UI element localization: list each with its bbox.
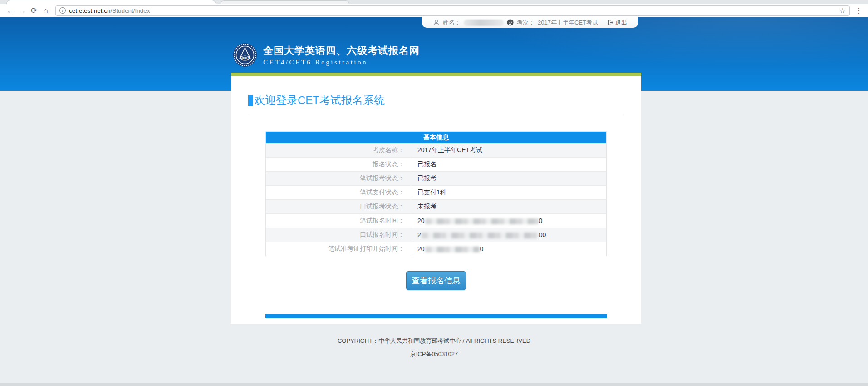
site-title-en: CET4/CET6 Registration <box>263 59 420 66</box>
row-label: 笔试准考证打印开始时间： <box>266 242 411 256</box>
name-value-redacted <box>464 20 504 26</box>
back-icon[interactable]: ← <box>5 7 16 15</box>
user-bar: 姓名： 考次：2017年上半年CET考试 退出 <box>422 17 638 28</box>
table-row: 口试报考状态：未报考 <box>266 200 607 214</box>
url-text: cet.etest.net.cn/Student/Index <box>69 7 150 14</box>
table-title: 基本信息 <box>266 132 607 144</box>
logout-icon <box>608 20 613 25</box>
heading-accent-bar <box>248 95 253 106</box>
neea-logo-icon: NEEA <box>233 43 257 67</box>
table-row: 笔试报名时间：200 <box>266 214 607 228</box>
table-header-row: 基本信息 <box>266 132 607 144</box>
info-table-body: 考次名称：2017年上半年CET考试报名状态：已报名笔试报考状态：已报考笔试支付… <box>266 144 607 256</box>
address-bar[interactable]: i cet.etest.net.cn/Student/Index ☆ <box>55 5 850 16</box>
session-value: 2017年上半年CET考试 <box>538 19 598 27</box>
browser-toolbar: ← → ⟳ ⌂ i cet.etest.net.cn/Student/Index… <box>0 4 868 17</box>
row-value: 已支付1科 <box>411 186 607 200</box>
welcome-title: 欢迎登录CET考试报名系统 <box>254 93 385 108</box>
copyright-text: COPYRIGHT：中华人民共和国教育部考试中心 / All RIGHTS RE… <box>0 337 868 345</box>
browser-menu-icon[interactable]: ⋮ <box>854 6 863 15</box>
table-row: 笔试支付状态：已支付1科 <box>266 186 607 200</box>
table-bottom-bar <box>265 314 607 318</box>
row-value: 已报名 <box>411 158 607 172</box>
welcome-heading: 欢迎登录CET考试报名系统 <box>248 93 624 114</box>
svg-text:NEEA: NEEA <box>240 56 250 60</box>
row-label: 报名状态： <box>266 158 411 172</box>
table-row: 笔试报考状态：已报考 <box>266 172 607 186</box>
view-registration-button[interactable]: 查看报名信息 <box>406 271 466 290</box>
row-value: 200 <box>411 214 607 228</box>
forward-icon[interactable]: → <box>16 7 28 15</box>
user-icon <box>433 19 440 26</box>
row-label: 考次名称： <box>266 144 411 158</box>
site-title-cn: 全国大学英语四、六级考试报名网 <box>263 44 420 58</box>
session-label: 考次： <box>517 19 535 27</box>
table-row: 报名状态：已报名 <box>266 158 607 172</box>
url-path: /Student/Index <box>111 7 150 14</box>
session-icon <box>507 19 514 26</box>
row-value: 已报考 <box>411 172 607 186</box>
table-row: 考次名称：2017年上半年CET考试 <box>266 144 607 158</box>
table-row: 笔试准考证打印开始时间：200 <box>266 242 607 256</box>
logout-label: 退出 <box>615 19 627 27</box>
row-label: 口试报考状态： <box>266 200 411 214</box>
redacted-value-block <box>425 247 480 252</box>
icp-number: 京ICP备05031027 <box>0 350 868 358</box>
row-value: 200 <box>411 242 607 256</box>
url-domain: cet.etest.net.cn <box>69 7 111 14</box>
logout-button[interactable]: 退出 <box>608 19 627 27</box>
bookmark-star-icon[interactable]: ☆ <box>839 6 846 15</box>
row-label: 笔试报名时间： <box>266 214 411 228</box>
content-panel: 欢迎登录CET考试报名系统 基本信息 考次名称：2017年上半年CET考试报名状… <box>231 73 641 324</box>
row-label: 口试报名时间： <box>266 228 411 242</box>
row-value: 2017年上半年CET考试 <box>411 144 607 158</box>
redacted-value-block <box>422 233 539 238</box>
row-label: 笔试报考状态： <box>266 172 411 186</box>
reload-icon[interactable]: ⟳ <box>28 7 40 15</box>
site-header: NEEA 全国大学英语四、六级考试报名网 CET4/CET6 Registrat… <box>233 43 420 67</box>
green-accent-bar <box>231 73 641 76</box>
page-info-icon[interactable]: i <box>59 7 66 14</box>
home-icon[interactable]: ⌂ <box>40 7 52 15</box>
row-value: 未报考 <box>411 200 607 214</box>
browser-tab-active[interactable] <box>6 0 216 4</box>
basic-info-table: 基本信息 考次名称：2017年上半年CET考试报名状态：已报名笔试报考状态：已报… <box>265 131 607 256</box>
page-footer: COPYRIGHT：中华人民共和国教育部考试中心 / All RIGHTS RE… <box>0 337 868 358</box>
browser-tab-strip <box>0 0 868 4</box>
row-value: 200 <box>411 228 607 242</box>
redacted-value-block <box>425 218 539 224</box>
name-label: 姓名： <box>443 19 461 27</box>
bottom-edge-strip <box>0 383 868 386</box>
browser-tab-inactive[interactable] <box>221 0 349 4</box>
table-row: 口试报名时间：200 <box>266 228 607 242</box>
row-label: 笔试支付状态： <box>266 186 411 200</box>
